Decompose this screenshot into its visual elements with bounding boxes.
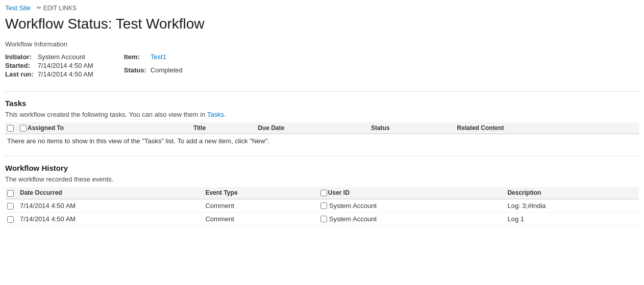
- divider-2: [5, 156, 639, 157]
- tasks-heading: Tasks: [5, 99, 639, 108]
- site-link[interactable]: Test Site: [5, 4, 31, 12]
- tasks-description: This workflow created the following task…: [5, 111, 639, 118]
- last-run-label: Last run:: [5, 70, 38, 79]
- history-event-type: Comment: [203, 212, 318, 225]
- history-description: Log: 3;#India: [505, 199, 639, 212]
- tasks-header-row: Assigned To Title Due Date Status Relate…: [5, 122, 639, 134]
- workflow-info-section: Workflow Information Initiator: System A…: [0, 40, 644, 83]
- history-user-id-checkbox[interactable]: [320, 190, 327, 196]
- history-select-all-checkbox[interactable]: [7, 190, 14, 197]
- tasks-empty-message: There are no items to show in this view …: [5, 134, 639, 148]
- status-row: Status: Completed: [124, 66, 183, 80]
- tasks-select-all-header: [5, 122, 18, 134]
- history-description-header: Description: [505, 187, 639, 199]
- workflow-info-label: Workflow Information: [5, 40, 639, 48]
- last-run-row: Last run: 7/14/2014 4:50 AM: [5, 70, 93, 79]
- tasks-select-all-checkbox[interactable]: [7, 125, 14, 132]
- history-date-occurred: 7/14/2014 4:50 AM: [18, 212, 203, 225]
- status-label: Status:: [124, 66, 151, 80]
- started-value: 7/14/2014 4:50 AM: [38, 62, 93, 70]
- workflow-info-left: Initiator: System Account Started: 7/14/…: [5, 53, 93, 79]
- pencil-icon: ✏: [37, 5, 41, 11]
- edit-links-label: EDIT LINKS: [43, 5, 77, 12]
- status-value: Completed: [151, 66, 183, 80]
- history-user-id-header: User ID: [318, 187, 506, 199]
- item-row: Item: Test1: [124, 53, 183, 66]
- item-label: Item:: [124, 53, 151, 66]
- divider-1: [5, 91, 639, 92]
- tasks-status-header: Status: [369, 122, 455, 134]
- tasks-related-content-header: Related Content: [455, 122, 639, 134]
- history-row: 7/14/2014 4:50 AM Comment System Account…: [5, 199, 639, 212]
- initiator-value: System Account: [38, 53, 93, 62]
- workflow-history-section: Workflow History The workflow recorded t…: [0, 164, 644, 225]
- started-label: Started:: [5, 62, 38, 70]
- started-row: Started: 7/14/2014 4:50 AM: [5, 62, 93, 70]
- last-run-value: 7/14/2014 4:50 AM: [38, 70, 93, 79]
- tasks-empty-row: There are no items to show in this view …: [5, 134, 639, 148]
- workflow-info-right: Item: Test1 Status: Completed: [124, 53, 183, 79]
- tasks-section: Tasks This workflow created the followin…: [0, 99, 644, 148]
- history-user-id-row-checkbox[interactable]: [320, 216, 327, 222]
- history-row-checkbox-cell: [5, 199, 18, 212]
- history-date-occurred-header: Date Occurred: [18, 187, 203, 199]
- item-link[interactable]: Test1: [151, 53, 166, 61]
- history-row: 7/14/2014 4:50 AM Comment System Account…: [5, 212, 639, 225]
- tasks-assigned-to-checkbox[interactable]: [20, 125, 27, 132]
- tasks-title-header: Title: [191, 122, 256, 134]
- initiator-row: Initiator: System Account: [5, 53, 93, 62]
- history-user-id: System Account: [318, 212, 506, 225]
- history-event-type-header: Event Type: [203, 187, 318, 199]
- history-date-occurred: 7/14/2014 4:50 AM: [18, 199, 203, 212]
- workflow-history-heading: Workflow History: [5, 164, 639, 172]
- history-row-checkbox[interactable]: [7, 203, 14, 210]
- history-header-row: Date Occurred Event Type User ID Descrip…: [5, 187, 639, 199]
- tasks-assigned-to-header: Assigned To: [18, 122, 191, 134]
- history-row-checkbox[interactable]: [7, 216, 14, 223]
- history-event-type: Comment: [203, 199, 318, 212]
- workflow-info-grid: Initiator: System Account Started: 7/14/…: [5, 53, 639, 83]
- history-user-id: System Account: [318, 199, 506, 212]
- item-value: Test1: [151, 53, 183, 66]
- tasks-desc-text: This workflow created the following task…: [5, 111, 205, 118]
- history-description: Log 1: [505, 212, 639, 225]
- workflow-history-desc: The workflow recorded these events.: [5, 175, 639, 183]
- initiator-label: Initiator:: [5, 53, 38, 62]
- history-user-id-row-checkbox[interactable]: [320, 202, 327, 209]
- tasks-due-date-header: Due Date: [256, 122, 369, 134]
- history-select-all-header: [5, 187, 18, 199]
- tasks-link[interactable]: Tasks.: [207, 111, 226, 118]
- top-bar: Test Site ✏ EDIT LINKS: [0, 0, 644, 14]
- tasks-table: Assigned To Title Due Date Status Relate…: [5, 122, 639, 148]
- page-title: Workflow Status: Test Workflow: [0, 14, 644, 40]
- edit-links[interactable]: ✏ EDIT LINKS: [37, 5, 77, 12]
- history-row-checkbox-cell: [5, 212, 18, 225]
- history-table: Date Occurred Event Type User ID Descrip…: [5, 187, 639, 225]
